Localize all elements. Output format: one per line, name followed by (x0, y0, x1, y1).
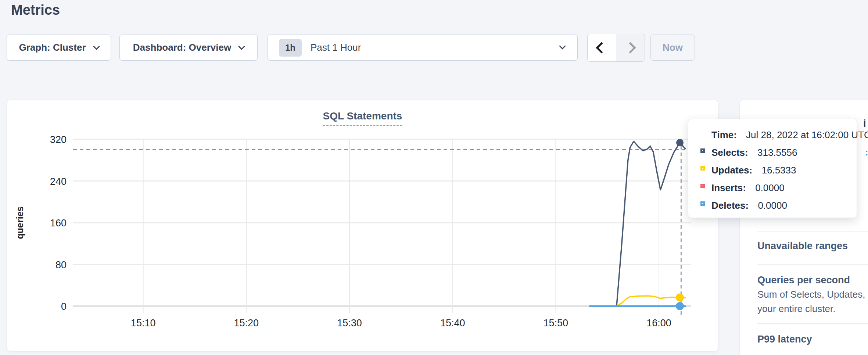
updates-series-swatch (700, 166, 705, 171)
sidebar-body-line: Sum of Selects, Updates, Inser (757, 289, 868, 300)
chevron-down-icon (93, 43, 100, 50)
svg-text:160: 160 (50, 218, 67, 229)
chevron-left-icon (596, 42, 607, 53)
time-next-button[interactable] (616, 34, 645, 61)
deletes-series-swatch (700, 201, 705, 206)
divider (757, 264, 868, 265)
tooltip-deletes-row: Deletes: 0.0000 (711, 200, 787, 211)
sidebar-heading-queries-per-second: Queries per second (757, 275, 850, 286)
tooltip-deletes-label: Deletes: (711, 200, 749, 211)
svg-text:240: 240 (50, 176, 67, 187)
svg-text:15:50: 15:50 (544, 318, 568, 329)
divider (757, 323, 868, 324)
tooltip-selects-value: 313.5556 (757, 147, 797, 158)
clipped-link-fragment: : (865, 147, 868, 158)
svg-text:15:20: 15:20 (234, 318, 259, 329)
chevron-down-icon (559, 43, 566, 49)
now-button[interactable]: Now (650, 35, 695, 61)
sql-statements-chart[interactable]: 08016024032015:1015:2015:3015:4015:5016:… (7, 100, 719, 352)
graph-scope-dropdown-label: Graph: Cluster (19, 42, 86, 53)
selects-series-swatch (700, 148, 705, 153)
dashboard-dropdown[interactable]: Dashboard: Overview (119, 35, 258, 61)
chevron-right-icon (625, 42, 636, 53)
svg-text:15:40: 15:40 (440, 318, 465, 329)
page-title: Metrics (11, 2, 60, 18)
svg-text:queries: queries (15, 207, 25, 239)
tooltip-time-label: Time: (711, 129, 737, 140)
sidebar-heading-unavailable-ranges: Unavailable ranges (757, 240, 848, 252)
tooltip-selects-label: Selects: (711, 147, 748, 158)
svg-text:15:10: 15:10 (131, 318, 156, 329)
svg-text:15:30: 15:30 (337, 318, 362, 329)
tooltip-updates-value: 16.5333 (761, 165, 796, 176)
graph-scope-dropdown[interactable]: Graph: Cluster (7, 35, 111, 61)
svg-text:16:00: 16:00 (646, 318, 671, 329)
divider (757, 231, 868, 232)
metrics-page: { "page": { "title": "Metrics" }, "toolb… (0, 0, 868, 355)
svg-text:0: 0 (61, 301, 67, 312)
tooltip-deletes-value: 0.0000 (758, 200, 787, 211)
clipped-text-fragment: i (863, 118, 866, 129)
chevron-down-icon (238, 43, 245, 50)
time-prev-button[interactable] (588, 34, 616, 61)
sidebar-heading-p99-latency: P99 latency (757, 334, 812, 345)
sql-statements-panel: SQL Statements 08016024032015:1015:2015:… (7, 100, 718, 352)
chart-hover-tooltip: Time: Jul 28, 2022 at 16:02:00 UTC Selec… (688, 119, 857, 218)
inserts-series-swatch (700, 184, 705, 188)
time-range-label: Past 1 Hour (311, 42, 361, 53)
svg-text:320: 320 (50, 134, 67, 145)
time-nav-group (587, 34, 645, 62)
now-button-label: Now (663, 42, 683, 53)
dashboard-dropdown-label: Dashboard: Overview (133, 42, 231, 53)
tooltip-inserts-label: Inserts: (711, 182, 746, 193)
tooltip-updates-label: Updates: (711, 165, 752, 176)
sidebar-body-line: your entire cluster. (757, 303, 835, 315)
tooltip-inserts-row: Inserts: 0.0000 (711, 182, 785, 194)
tooltip-selects-row: Selects: 313.5556 (711, 147, 797, 158)
tooltip-time-value: Jul 28, 2022 at 16:02:00 UTC (746, 129, 868, 140)
svg-text:80: 80 (55, 259, 67, 270)
tooltip-updates-row: Updates: 16.5333 (711, 165, 796, 176)
tooltip-time-row: Time: Jul 28, 2022 at 16:02:00 UTC (711, 129, 868, 141)
time-range-badge: 1h (279, 39, 302, 57)
tooltip-inserts-value: 0.0000 (755, 182, 785, 193)
time-range-selector[interactable]: 1h Past 1 Hour (268, 35, 578, 61)
